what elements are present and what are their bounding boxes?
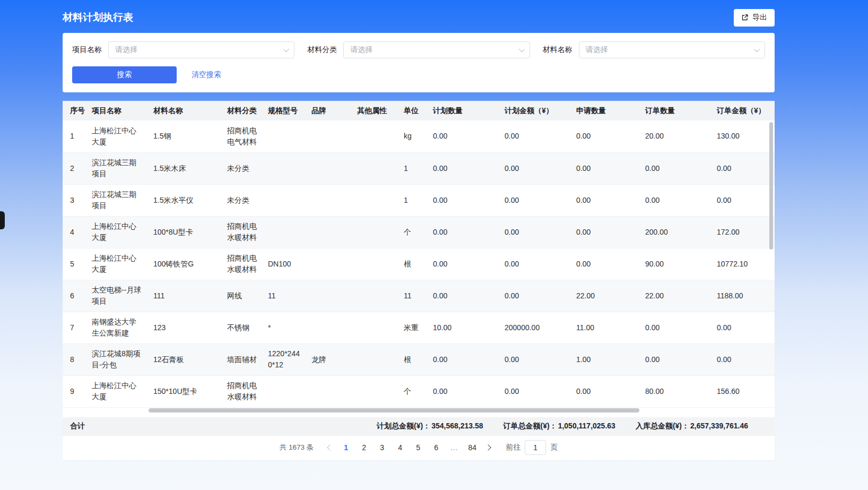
table-cell: 个 <box>398 375 428 407</box>
pager-page-84[interactable]: 84 <box>465 440 479 455</box>
column-header: 材料分类 <box>222 101 263 121</box>
table-cell <box>352 184 398 216</box>
filter-row: 项目名称 请选择 材料分类 请选择 材料名称 请选择 <box>72 41 765 58</box>
table-panel: 序号项目名称材料名称材料分类规格型号品牌其他属性单位计划数量计划金额（¥）申请数… <box>63 101 775 460</box>
column-header: 订单金额（¥） <box>711 101 775 121</box>
table-cell: 11 <box>263 280 306 312</box>
table-cell: 22.00 <box>640 280 711 312</box>
search-button[interactable]: 搜索 <box>72 66 177 83</box>
table-row[interactable]: 5上海松江中心大厦100铸铁管G招商机电水暖材料DN100根0.000.000.… <box>63 248 775 280</box>
pager-page-4[interactable]: 4 <box>393 440 407 455</box>
table-cell: 未分类 <box>222 152 263 184</box>
pager-next-button[interactable] <box>481 440 495 455</box>
pager-ellipsis[interactable]: ... <box>447 440 461 455</box>
pager-page-5[interactable]: 5 <box>411 440 425 455</box>
table-cell: 9 <box>63 375 86 407</box>
planned-total-amount-label: 计划总金额(¥)： <box>377 422 430 430</box>
material-name-select[interactable]: 请选择 <box>579 41 765 58</box>
table-cell <box>352 375 398 407</box>
drawer-handle[interactable] <box>0 211 5 229</box>
pager-page-2[interactable]: 2 <box>357 440 371 455</box>
table-cell <box>263 216 306 248</box>
goto-label: 前往 <box>506 443 520 452</box>
table-cell: 0.00 <box>711 152 775 184</box>
project-name-label: 项目名称 <box>72 45 102 55</box>
table-row[interactable]: 8滨江花城8期项目-分包12石膏板墙面辅材1220*2440*12龙牌根0.00… <box>63 343 775 375</box>
table-cell: 个 <box>398 216 428 248</box>
clear-search-link[interactable]: 清空搜索 <box>192 70 221 80</box>
topbar: 材料计划执行表 导出 <box>63 0 775 33</box>
table-cell: DN100 <box>263 248 306 280</box>
table-row[interactable]: 6太空电梯--月球项目111网线11110.000.0022.0022.0011… <box>63 280 775 312</box>
table-row[interactable]: 3滨江花城三期项目1.5米水平仪未分类10.000.000.000.000.00 <box>63 184 775 216</box>
table-cell: 3 <box>63 184 86 216</box>
table-cell: 20.00 <box>640 121 711 152</box>
table-cell: 1 <box>63 121 86 152</box>
table-cell: 5 <box>63 248 86 280</box>
table-cell: 上海松江中心大厦 <box>86 248 148 280</box>
column-header: 单位 <box>398 101 428 121</box>
table-cell: 111 <box>148 280 222 312</box>
table-cell: 0.00 <box>428 184 499 216</box>
table-cell: 招商机电电气材料 <box>222 121 263 152</box>
table-cell: 太空电梯--月球项目 <box>86 280 148 312</box>
table-row[interactable]: 4上海松江中心大厦100*8U型卡招商机电水暖材料个0.000.000.0020… <box>63 216 775 248</box>
material-category-placeholder: 请选择 <box>350 45 372 55</box>
table-row[interactable]: 9上海松江中心大厦150*10U型卡招商机电水暖材料个0.000.000.008… <box>63 375 775 407</box>
column-header: 其他属性 <box>352 101 398 121</box>
table-cell: 0.00 <box>499 343 571 375</box>
table-cell <box>352 216 398 248</box>
table-cell: 130.00 <box>711 121 775 152</box>
vertical-scrollbar[interactable] <box>769 122 773 250</box>
table-cell <box>306 375 352 407</box>
table-row[interactable]: 2滨江花城三期项目1.5米木床未分类10.000.000.000.000.00 <box>63 152 775 184</box>
table-cell: 100铸铁管G <box>148 248 222 280</box>
table-cell <box>352 152 398 184</box>
table-cell: 1.00 <box>571 343 640 375</box>
column-header: 项目名称 <box>86 101 148 121</box>
filter-field-material-category: 材料分类 请选择 <box>307 41 530 58</box>
table-cell: 0.00 <box>428 375 499 407</box>
table-cell: 上海松江中心大厦 <box>86 375 148 407</box>
pager-total-count: 共 1673 条 <box>280 443 314 452</box>
table-cell: 1 <box>398 152 428 184</box>
table-cell: 0.00 <box>428 343 499 375</box>
planned-total-amount-value: 354,568,213.58 <box>431 422 483 430</box>
table-cell: 0.00 <box>428 280 499 312</box>
table-cell: 123 <box>148 312 222 343</box>
material-category-select[interactable]: 请选择 <box>343 41 530 58</box>
project-name-select[interactable]: 请选择 <box>108 41 294 58</box>
table-cell <box>306 152 352 184</box>
table-cell: 0.00 <box>499 121 571 152</box>
planned-total-amount: 计划总金额(¥)：354,568,213.58 <box>377 422 483 431</box>
chevron-down-icon <box>754 46 760 52</box>
export-button[interactable]: 导出 <box>734 9 775 27</box>
inbound-total-amount: 入库总金额(¥)：2,657,339,761.46 <box>636 422 748 431</box>
chevron-right-icon <box>485 444 491 450</box>
table-cell: 11.00 <box>571 312 640 343</box>
export-icon <box>741 14 749 21</box>
pager-page-3[interactable]: 3 <box>375 440 389 455</box>
pager-page-1[interactable]: 1 <box>339 440 353 455</box>
horizontal-scrollbar[interactable] <box>149 408 639 412</box>
column-header: 品牌 <box>306 101 352 121</box>
table-row[interactable]: 1上海松江中心大厦1.5钢招商机电电气材料kg0.000.000.0020.00… <box>63 121 775 152</box>
table-header-row: 序号项目名称材料名称材料分类规格型号品牌其他属性单位计划数量计划金额（¥）申请数… <box>63 101 775 121</box>
table-cell: 0.00 <box>499 216 571 248</box>
table-cell <box>352 312 398 343</box>
table-row[interactable]: 7南钢盛达大学生公寓新建123不锈钢*米重10.00200000.0011.00… <box>63 312 775 343</box>
table-cell: 0.00 <box>640 184 711 216</box>
column-header: 规格型号 <box>263 101 306 121</box>
pager-page-6[interactable]: 6 <box>429 440 443 455</box>
table-cell: 80.00 <box>640 375 711 407</box>
table-cell: 上海松江中心大厦 <box>86 216 148 248</box>
column-header: 材料名称 <box>148 101 222 121</box>
table-cell: 0.00 <box>428 248 499 280</box>
table-cell: 不锈钢 <box>222 312 263 343</box>
pager-prev-button[interactable] <box>323 440 337 455</box>
goto-page-input[interactable] <box>525 440 546 455</box>
table-cell: 10.00 <box>428 312 499 343</box>
table-cell: 0.00 <box>428 152 499 184</box>
pagination-bar: 共 1673 条 123456...84 前往 页 <box>63 436 775 459</box>
table-cell: 172.00 <box>711 216 775 248</box>
